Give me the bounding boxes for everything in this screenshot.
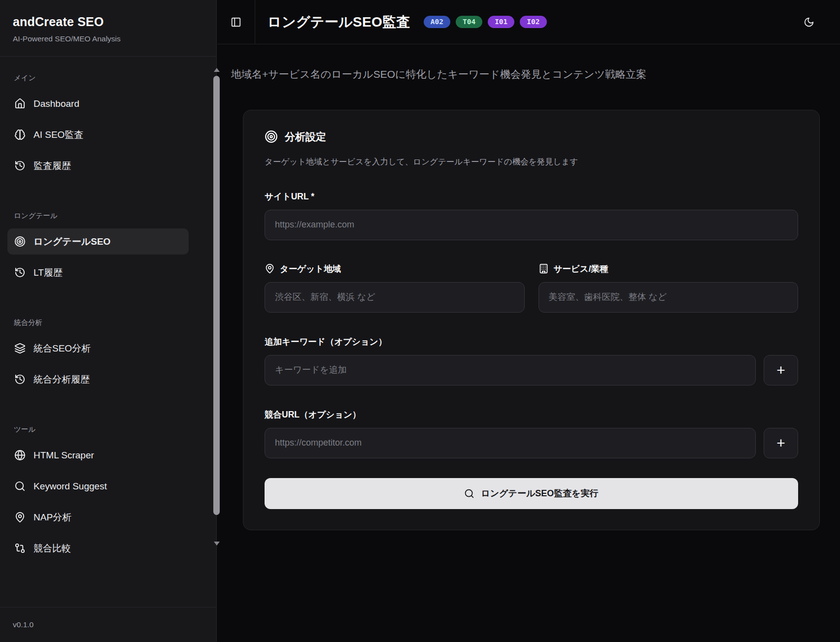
service-field: サービス/業種 <box>538 240 799 313</box>
keywords-input[interactable] <box>265 355 756 385</box>
keywords-row: + <box>265 355 798 385</box>
sidebar-item-integrated-seo-analysis[interactable]: 統合SEO分析 <box>7 335 189 361</box>
moon-icon <box>804 17 814 28</box>
sidebar-section: メインDashboardAI SEO監査監査履歴 <box>7 73 189 179</box>
competitor-row: + <box>265 428 798 458</box>
sidebar-item-label: ロングテールSEO <box>34 235 110 248</box>
main-area: ロングテールSEO監査 A02T04I01I02 地域名+サービス名のローカルS… <box>217 0 840 642</box>
target-icon <box>265 130 278 143</box>
sidebar-toggle-cell <box>217 0 255 44</box>
site-url-input[interactable] <box>265 210 798 240</box>
sidebar-section: ロングテールロングテールSEOLT履歴 <box>7 211 189 286</box>
scrollbar-up-arrow[interactable] <box>214 68 220 72</box>
sidebar-nav: メインDashboardAI SEO監査監査履歴ロングテールロングテールSEOL… <box>0 57 216 607</box>
sidebar-item-ai-seo-audit[interactable]: AI SEO監査 <box>7 122 189 148</box>
sidebar-item-keyword-suggest[interactable]: Keyword Suggest <box>7 473 189 499</box>
sidebar-item-html-scraper[interactable]: HTML Scraper <box>7 442 189 468</box>
history-icon <box>14 160 26 171</box>
sidebar-item-label: Dashboard <box>34 98 79 109</box>
badge-i01: I01 <box>488 16 514 28</box>
sidebar-section: ツールHTML ScraperKeyword SuggestNAP分析競合比較 <box>7 425 189 561</box>
sidebar-toggle-button[interactable] <box>226 12 246 32</box>
sidebar-item-label: NAP分析 <box>34 511 71 524</box>
page-title: ロングテールSEO監査 <box>268 13 410 32</box>
page-content: 地域名+サービス名のローカルSEOに特化したキーワード機会発見とコンテンツ戦略立… <box>217 44 840 530</box>
site-url-label: サイトURL * <box>265 191 798 202</box>
sidebar-item-label: 統合SEO分析 <box>34 342 91 355</box>
page-description: 地域名+サービス名のローカルSEOに特化したキーワード機会発見とコンテンツ戦略立… <box>231 66 819 82</box>
scrollbar-thumb[interactable] <box>213 76 220 515</box>
keywords-label: 追加キーワード（オプション） <box>265 336 798 348</box>
sidebar-item-label: 統合分析履歴 <box>34 373 90 386</box>
app-version: v0.1.0 <box>13 620 34 629</box>
search-icon <box>14 481 26 492</box>
run-audit-button[interactable]: ロングテールSEO監査を実行 <box>265 478 798 509</box>
badge-i02: I02 <box>520 16 546 28</box>
sidebar-item-label: AI SEO監査 <box>34 128 83 141</box>
competitor-url-input[interactable] <box>265 428 756 458</box>
history-icon <box>14 374 26 385</box>
sidebar-item-lt-history[interactable]: LT履歴 <box>7 259 189 286</box>
badge-a02: A02 <box>424 16 450 28</box>
sidebar-section-label: ロングテール <box>14 211 189 221</box>
layers-icon <box>14 343 26 354</box>
sidebar-section-label: 統合分析 <box>14 318 189 327</box>
sidebar-item-integrated-analysis-history[interactable]: 統合分析履歴 <box>7 366 189 392</box>
sidebar-section: 統合分析統合SEO分析統合分析履歴 <box>7 318 189 392</box>
area-service-row: ターゲット地域 サービス/業種 <box>265 240 798 313</box>
map-pin-icon <box>14 512 26 523</box>
home-icon <box>14 98 26 109</box>
scrollbar-down-arrow[interactable] <box>214 542 220 546</box>
page-header: ロングテールSEO監査 A02T04I01I02 <box>217 0 840 44</box>
card-description: ターゲット地域とサービスを入力して、ロングテールキーワードの機会を発見します <box>265 157 798 167</box>
sidebar-item-competitor-compare[interactable]: 競合比較 <box>7 535 189 561</box>
sidebar-footer: v0.1.0 <box>0 607 216 642</box>
badge-t04: T04 <box>456 16 482 28</box>
sidebar-item-dashboard[interactable]: Dashboard <box>7 91 189 117</box>
sidebar-item-audit-history[interactable]: 監査履歴 <box>7 153 189 179</box>
target-area-input[interactable] <box>265 282 525 313</box>
sidebar-item-label: 監査履歴 <box>34 160 71 172</box>
competitor-url-label: 競合URL（オプション） <box>265 409 798 420</box>
app-root: andCreate SEO AI-Powered SEO/MEO Analysi… <box>0 0 840 642</box>
sidebar-item-label: LT履歴 <box>34 266 63 279</box>
card-title: 分析設定 <box>285 130 326 144</box>
panel-left-icon <box>231 17 241 28</box>
service-input[interactable] <box>538 282 799 313</box>
map-pin-icon <box>265 263 275 274</box>
brain-icon <box>14 129 26 140</box>
sidebar-item-nap-analysis[interactable]: NAP分析 <box>7 504 189 530</box>
sidebar-item-label: HTML Scraper <box>34 450 94 461</box>
globe-icon <box>14 449 26 461</box>
git-compare-icon <box>14 543 26 554</box>
theme-toggle-button[interactable] <box>799 12 819 32</box>
target-area-field: ターゲット地域 <box>265 240 525 313</box>
sidebar-section-label: ツール <box>14 425 189 434</box>
sidebar: andCreate SEO AI-Powered SEO/MEO Analysi… <box>0 0 217 642</box>
badge-list: A02T04I01I02 <box>424 16 547 28</box>
target-icon <box>14 236 26 247</box>
search-icon <box>464 488 474 499</box>
building-icon <box>538 263 549 274</box>
history-icon <box>14 267 26 278</box>
sidebar-item-longtail-seo[interactable]: ロングテールSEO <box>7 228 189 255</box>
add-keyword-button[interactable]: + <box>764 355 798 385</box>
service-label: サービス/業種 <box>538 263 799 275</box>
app-subtitle: AI-Powered SEO/MEO Analysis <box>13 34 203 43</box>
sidebar-item-label: 競合比較 <box>34 542 71 555</box>
card-title-row: 分析設定 <box>265 130 798 144</box>
add-competitor-button[interactable]: + <box>764 428 798 458</box>
sidebar-section-label: メイン <box>14 73 189 83</box>
analysis-settings-card: 分析設定 ターゲット地域とサービスを入力して、ロングテールキーワードの機会を発見… <box>243 110 820 530</box>
app-title: andCreate SEO <box>13 15 203 29</box>
target-area-label: ターゲット地域 <box>265 263 525 275</box>
sidebar-item-label: Keyword Suggest <box>34 481 107 492</box>
sidebar-header: andCreate SEO AI-Powered SEO/MEO Analysi… <box>0 0 216 57</box>
